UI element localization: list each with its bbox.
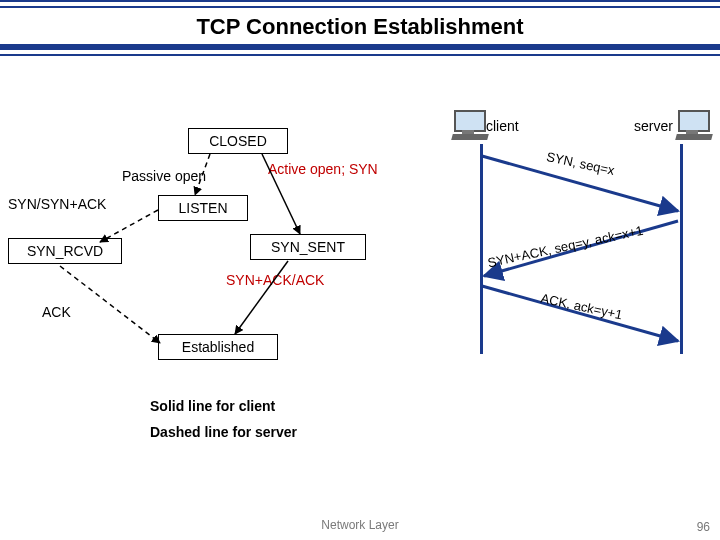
server-label: server bbox=[634, 118, 673, 134]
slide-number: 96 bbox=[697, 520, 710, 534]
legend-client: Solid line for client bbox=[150, 398, 275, 414]
state-syn-sent: SYN_SENT bbox=[250, 234, 366, 260]
msg-syn: SYN, seq=x bbox=[545, 149, 616, 178]
label-synack-ack: SYN+ACK/ACK bbox=[226, 272, 324, 288]
msg-synack: SYN+ACK, seq=y, ack=x+1 bbox=[486, 223, 644, 271]
client-label: client bbox=[486, 118, 519, 134]
label-ack: ACK bbox=[42, 304, 71, 320]
label-passive-open: Passive open bbox=[122, 168, 206, 184]
svg-line-4 bbox=[60, 266, 160, 343]
client-lifeline bbox=[480, 144, 483, 354]
seq-arrows bbox=[0, 56, 720, 486]
state-closed: CLOSED bbox=[188, 128, 288, 154]
label-syn-synack: SYN/SYN+ACK bbox=[8, 196, 106, 212]
state-syn-rcvd: SYN_RCVD bbox=[8, 238, 122, 264]
state-established: Established bbox=[158, 334, 278, 360]
slide-title: TCP Connection Establishment bbox=[0, 8, 720, 44]
client-icon bbox=[452, 110, 488, 140]
server-icon bbox=[676, 110, 712, 140]
header: TCP Connection Establishment bbox=[0, 0, 720, 56]
legend-server: Dashed line for server bbox=[150, 424, 297, 440]
diagram-stage: CLOSED Passive open Active open; SYN LIS… bbox=[0, 56, 720, 496]
server-lifeline bbox=[680, 144, 683, 354]
footer-text: Network Layer bbox=[0, 518, 720, 532]
label-active-open: Active open; SYN bbox=[268, 162, 368, 177]
state-arrows bbox=[0, 56, 430, 486]
state-listen: LISTEN bbox=[158, 195, 248, 221]
msg-ack: ACK, ack=y+1 bbox=[539, 291, 623, 323]
